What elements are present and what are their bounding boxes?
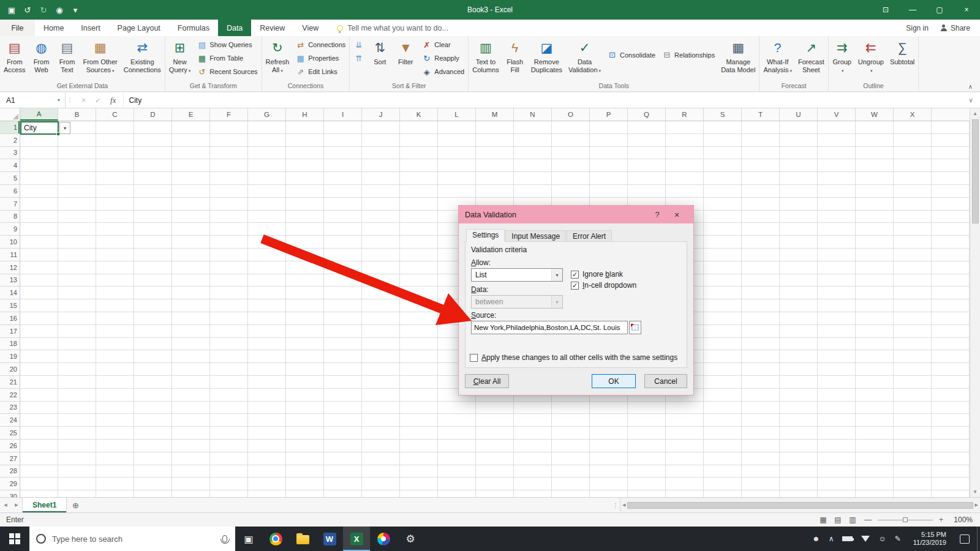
column-header-l[interactable]: L — [438, 108, 476, 121]
row-header-26[interactable]: 26 — [0, 440, 20, 452]
column-header-p[interactable]: P — [590, 108, 628, 121]
row-header-9[interactable]: 9 — [0, 223, 20, 236]
column-header-h[interactable]: H — [286, 108, 324, 121]
row-header-2[interactable]: 2 — [0, 134, 20, 147]
ok-button[interactable]: OK — [592, 374, 636, 388]
tab-view[interactable]: View — [293, 20, 327, 36]
scroll-up-icon[interactable]: ▲ — [973, 111, 978, 116]
column-header-s[interactable]: S — [704, 108, 742, 121]
formula-bar-handle[interactable]: ⋮ — [66, 92, 74, 108]
manage-data-model-button[interactable]: ▦ManageData Model — [718, 37, 758, 81]
horizontal-scrollbar[interactable]: ◀ ▶ — [620, 498, 980, 512]
vertical-scrollbar[interactable]: ▲ ▼ — [970, 108, 980, 497]
close-window-button[interactable]: × — [953, 0, 980, 20]
tray-people-button[interactable]: ☻ — [812, 534, 820, 543]
microphone-icon[interactable] — [222, 535, 227, 542]
from-access-button[interactable]: ▤FromAccess — [1, 37, 28, 81]
tab-file[interactable]: File — [0, 20, 35, 36]
ribbon-display-button[interactable]: ⊡ — [872, 0, 899, 20]
row-header-29[interactable]: 29 — [0, 478, 20, 490]
column-header-n[interactable]: N — [514, 108, 552, 121]
column-header-v[interactable]: V — [818, 108, 856, 121]
column-header-c[interactable]: C — [96, 108, 134, 121]
sheet-tab-sheet1[interactable]: Sheet1 — [22, 498, 67, 512]
reapply-button[interactable]: ↻Reapply — [419, 51, 467, 65]
row-header-12[interactable]: 12 — [0, 261, 20, 274]
connections-button[interactable]: ⇄Connections — [293, 38, 348, 51]
taskbar-task-view-button[interactable]: ▣ — [235, 527, 262, 551]
zoom-out-button[interactable]: — — [864, 515, 872, 524]
new-sheet-button[interactable]: ⊕ — [67, 498, 84, 512]
sort-descending-button[interactable]: ⇈ — [351, 51, 366, 65]
column-header-a[interactable]: A — [20, 108, 58, 121]
row-header-1[interactable]: 1 — [0, 121, 20, 134]
tab-scroll-handle[interactable]: ⋮ — [611, 498, 620, 512]
formula-input[interactable]: City — [124, 92, 962, 108]
row-header-4[interactable]: 4 — [0, 159, 20, 172]
recent-sources-button[interactable]: ↺Recent Sources — [194, 65, 260, 78]
ungroup-button[interactable]: ⇇Ungroup▾ — [855, 37, 887, 81]
tray-pen-button[interactable]: ✎ — [895, 534, 901, 543]
remove-duplicates-button[interactable]: ◪RemoveDuplicates — [528, 37, 565, 81]
cancel-button[interactable]: Cancel — [644, 374, 687, 388]
insert-function-button[interactable]: fx — [110, 96, 116, 105]
undo-button[interactable]: ↺ — [20, 1, 36, 18]
refresh-all-button[interactable]: ↻RefreshAll▾ — [263, 37, 293, 81]
dialog-close-button[interactable]: × — [666, 210, 687, 220]
row-header-21[interactable]: 21 — [0, 376, 20, 389]
row-header-30[interactable]: 30 — [0, 490, 20, 497]
dialog-help-button[interactable]: ? — [648, 210, 666, 219]
taskbar-settings-button[interactable]: ⚙ — [397, 527, 424, 551]
column-header-q[interactable]: Q — [628, 108, 666, 121]
tell-me-box[interactable]: Tell me what you want to do... — [337, 20, 448, 36]
row-header-3[interactable]: 3 — [0, 147, 20, 160]
source-input[interactable]: New York,Philadelphia,Boston,LA,DC,St. L… — [471, 321, 628, 334]
scroll-right-icon[interactable]: ▶ — [975, 503, 978, 508]
sheet-nav-right-icon[interactable]: ▶ — [11, 498, 22, 512]
relationships-button[interactable]: ⊟Relationships — [659, 48, 717, 62]
column-header-b[interactable]: B — [58, 108, 96, 121]
sort-button[interactable]: ⇅Sort — [367, 37, 393, 81]
active-cell-a1[interactable]: City — [20, 121, 59, 135]
taskbar-word-button[interactable]: W — [316, 527, 343, 551]
row-header-13[interactable]: 13 — [0, 274, 20, 287]
ignore-blank-checkbox-box[interactable]: ✓ — [571, 271, 579, 279]
taskbar-chrome-button[interactable] — [262, 527, 289, 551]
start-button[interactable] — [0, 527, 29, 551]
row-header-5[interactable]: 5 — [0, 172, 20, 185]
qat-caret-button[interactable]: ▾ — [67, 1, 83, 18]
row-header-20[interactable]: 20 — [0, 363, 20, 376]
taskbar-file-explorer-button[interactable] — [289, 527, 316, 551]
taskbar-paint-3d-button[interactable] — [370, 527, 397, 551]
cancel-formula-button[interactable]: × — [81, 96, 86, 105]
column-header-g[interactable]: G — [248, 108, 286, 121]
tab-page-layout[interactable]: Page Layout — [109, 20, 169, 36]
row-header-11[interactable]: 11 — [0, 249, 20, 261]
apply-changes-checkbox[interactable]: Apply these changes to all other cells w… — [470, 353, 677, 362]
dialog-tab-settings[interactable]: Settings — [466, 229, 505, 242]
taskbar-search[interactable]: Type here to search — [29, 527, 235, 551]
horizontal-scroll-thumb[interactable] — [627, 502, 973, 509]
formula-bar-expand-icon[interactable]: ∨ — [962, 92, 980, 108]
scroll-down-icon[interactable]: ▼ — [973, 489, 978, 495]
row-header-15[interactable]: 15 — [0, 299, 20, 312]
scroll-left-icon[interactable]: ◀ — [622, 503, 625, 508]
tray-battery-button[interactable] — [842, 536, 853, 541]
column-header-u[interactable]: U — [780, 108, 818, 121]
row-header-22[interactable]: 22 — [0, 389, 20, 402]
row-header-14[interactable]: 14 — [0, 287, 20, 299]
subtotal-button[interactable]: ∑Subtotal — [887, 37, 918, 81]
tab-review[interactable]: Review — [251, 20, 293, 36]
name-box-dropdown-icon[interactable]: ▾ — [53, 97, 65, 103]
row-header-24[interactable]: 24 — [0, 414, 20, 427]
row-header-18[interactable]: 18 — [0, 338, 20, 351]
sort-ascending-button[interactable]: ⇊ — [351, 38, 366, 51]
column-header-k[interactable]: K — [400, 108, 438, 121]
new-query-button[interactable]: ⊞NewQuery▾ — [166, 37, 194, 81]
enter-formula-button[interactable]: ✓ — [95, 96, 101, 105]
column-header-x[interactable]: X — [894, 108, 932, 121]
sheet-nav-left-icon[interactable]: ◀ — [0, 498, 11, 512]
normal-view-button[interactable]: ▦ — [818, 515, 829, 524]
tab-formulas[interactable]: Formulas — [169, 20, 218, 36]
restore-button[interactable]: ▢ — [926, 0, 953, 20]
